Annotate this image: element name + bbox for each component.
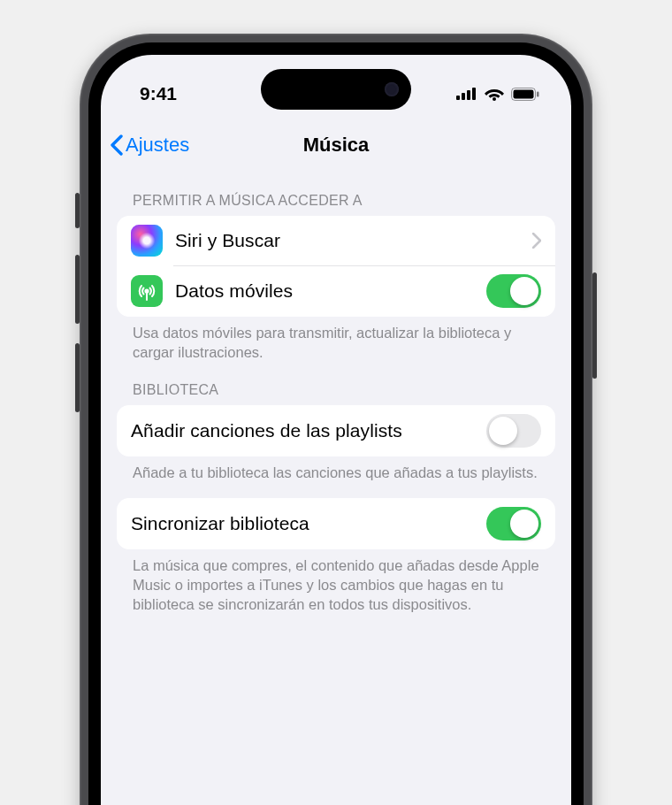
front-camera-icon: [385, 82, 399, 96]
phone-bezel: 9:41 Ajustes Música PERMITIR A MÚSICA: [88, 42, 584, 805]
volume-down-button: [75, 343, 80, 412]
row-label: Siri y Buscar: [175, 230, 520, 251]
section-footer-sync: La música que compres, el contenido que …: [117, 549, 555, 617]
mute-switch: [75, 193, 80, 228]
svg-point-4: [493, 97, 496, 101]
antenna-icon: [131, 275, 163, 307]
row-label: Datos móviles: [175, 280, 474, 302]
content-area: Ajustes Música PERMITIR A MÚSICA ACCEDER…: [101, 120, 571, 805]
back-label: Ajustes: [126, 134, 189, 157]
toggle-sync-library[interactable]: [486, 507, 541, 540]
volume-up-button: [75, 255, 80, 324]
chevron-left-icon: [110, 134, 124, 156]
siri-icon: [131, 225, 163, 257]
navigation-bar: Ajustes Música: [101, 120, 571, 170]
toggle-cellular-data[interactable]: [486, 274, 541, 308]
back-button[interactable]: Ajustes: [110, 120, 189, 170]
row-label: Sincronizar biblioteca: [131, 513, 474, 534]
cellular-signal-icon: [456, 88, 477, 100]
row-add-playlist-songs: Añadir canciones de las playlists: [117, 405, 555, 456]
row-siri-search[interactable]: Siri y Buscar: [117, 216, 555, 265]
toggle-add-playlist-songs[interactable]: [486, 414, 541, 448]
phone-screen: 9:41 Ajustes Música PERMITIR A MÚSICA: [101, 55, 571, 805]
svg-rect-3: [472, 88, 476, 100]
svg-rect-2: [467, 90, 470, 100]
library-group-2: Sincronizar biblioteca: [117, 498, 555, 549]
section-footer-access: Usa datos móviles para transmitir, actua…: [117, 317, 555, 366]
row-label: Añadir canciones de las playlists: [131, 420, 474, 441]
row-sync-library: Sincronizar biblioteca: [117, 498, 555, 549]
section-footer-add: Añade a tu biblioteca las canciones que …: [117, 456, 555, 487]
battery-icon: [511, 88, 539, 101]
settings-scroll[interactable]: PERMITIR A MÚSICA ACCEDER A Siri y Busca…: [101, 170, 571, 618]
iphone-frame: 9:41 Ajustes Música PERMITIR A MÚSICA: [80, 34, 592, 805]
svg-rect-1: [462, 93, 465, 100]
wifi-icon: [485, 87, 504, 101]
library-group-1: Añadir canciones de las playlists: [117, 405, 555, 456]
power-button: [592, 272, 597, 379]
status-indicators: [456, 87, 539, 101]
svg-rect-6: [514, 89, 534, 98]
access-group: Siri y Buscar Datos móviles: [117, 216, 555, 317]
page-title: Música: [303, 134, 370, 157]
dynamic-island: [261, 69, 411, 110]
section-header-access: PERMITIR A MÚSICA ACCEDER A: [117, 177, 555, 216]
row-cellular-data: Datos móviles: [117, 265, 555, 317]
svg-rect-0: [456, 96, 460, 100]
section-header-library: BIBLIOTECA: [117, 366, 555, 405]
spacer: [117, 486, 555, 498]
svg-rect-7: [537, 91, 539, 96]
chevron-right-icon: [532, 233, 541, 249]
status-time: 9:41: [140, 83, 177, 104]
